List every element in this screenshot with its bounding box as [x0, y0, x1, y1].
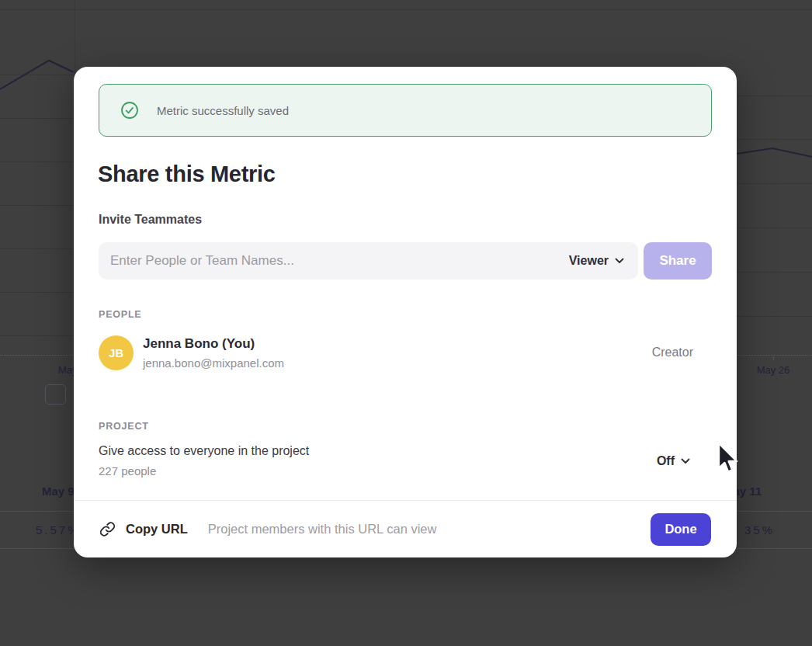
role-dropdown-value: Viewer — [569, 254, 609, 268]
person-row: JB Jenna Bono (You) jenna.bono@mixpanel.… — [99, 335, 693, 370]
project-access-dropdown-value: Off — [657, 454, 675, 468]
project-access-row: Give access to everyone in the project 2… — [99, 444, 690, 478]
success-banner: Metric successfully saved — [99, 84, 712, 137]
invite-teammates-label: Invite Teammates — [99, 213, 202, 227]
link-icon — [99, 521, 116, 537]
invite-input-row: Viewer Share — [99, 242, 712, 280]
chevron-down-icon — [681, 458, 690, 464]
project-heading: PROJECT — [99, 421, 149, 432]
success-banner-message: Metric successfully saved — [157, 104, 289, 117]
chart-axis-chip — [45, 384, 66, 405]
breakdown-value-right: 35% — [744, 523, 775, 537]
copy-url-label: Copy URL — [126, 522, 188, 537]
project-access-title: Give access to everyone in the project — [99, 444, 309, 458]
copy-url-button[interactable]: Copy URL — [99, 521, 188, 537]
person-role-badge: Creator — [652, 346, 693, 359]
invite-input[interactable] — [110, 253, 569, 269]
share-button[interactable]: Share — [644, 242, 712, 280]
project-access-dropdown[interactable]: Off — [657, 454, 690, 468]
person-email: jenna.bono@mixpanel.com — [143, 356, 284, 370]
share-metric-modal: Metric successfully saved Share this Met… — [74, 67, 737, 557]
chevron-down-icon — [615, 258, 624, 264]
modal-title: Share this Metric — [98, 162, 276, 187]
modal-footer: Copy URL Project members with this URL c… — [74, 500, 737, 557]
person-meta: Jenna Bono (You) jenna.bono@mixpanel.com — [143, 336, 284, 370]
avatar: JB — [99, 335, 134, 370]
check-circle-icon — [120, 101, 139, 120]
invite-field: Viewer — [99, 242, 638, 280]
role-dropdown[interactable]: Viewer — [569, 254, 624, 268]
person-name: Jenna Bono (You) — [143, 336, 284, 352]
project-access-meta: Give access to everyone in the project 2… — [99, 444, 309, 478]
x-axis-label-right: May 26 — [748, 364, 799, 376]
url-permission-hint: Project members with this URL can view — [208, 522, 437, 537]
people-heading: PEOPLE — [99, 309, 142, 320]
project-access-count: 227 people — [99, 464, 309, 478]
done-button[interactable]: Done — [651, 513, 711, 546]
breakdown-date-left: May 9 — [42, 484, 75, 498]
